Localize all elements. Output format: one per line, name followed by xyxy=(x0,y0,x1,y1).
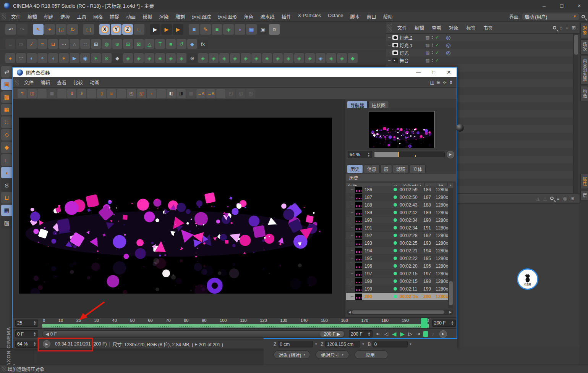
pv-close-button[interactable]: ✕ xyxy=(441,69,457,75)
visibility-dots[interactable] xyxy=(432,44,433,47)
coord-field[interactable]: B 0 ▼ xyxy=(368,341,412,347)
effector-icon[interactable]: ◈ xyxy=(155,53,165,63)
redo-icon[interactable]: ↷ xyxy=(17,24,28,35)
playback-options-button[interactable]: ▶ xyxy=(439,330,447,338)
array-icon[interactable]: ⊞ xyxy=(91,39,101,49)
pv-menu-item[interactable]: 动画 xyxy=(86,79,103,86)
lock-icon[interactable]: 🔒︎ xyxy=(557,196,559,201)
axis-z-toggle[interactable]: Z xyxy=(122,24,133,35)
history-row[interactable]: 188 00:02:43 188 1280x720 xyxy=(346,201,448,209)
play-forward-icon[interactable]: ▶ xyxy=(400,331,405,337)
open-image-icon[interactable]: ↰ xyxy=(18,89,27,98)
eye-icon[interactable]: ○ xyxy=(565,25,569,31)
gap[interactable] xyxy=(95,24,99,35)
coord-system-icon[interactable]: ∟ xyxy=(134,24,144,35)
gap[interactable] xyxy=(79,24,83,35)
dot-grid-icon[interactable]: ∷ xyxy=(80,39,90,49)
nav-options-button[interactable]: ▶ xyxy=(447,151,454,158)
pv-minimize-button[interactable]: — xyxy=(411,69,426,75)
object-row[interactable]: – 灯光 ▨ ✓ ◎ xyxy=(386,49,573,57)
menu-item[interactable]: 角色 xyxy=(240,13,257,20)
side-tab[interactable]: 场次 xyxy=(580,39,588,55)
object-row[interactable]: – 灯光.1 ▨ ✓ ◎ xyxy=(386,41,573,49)
visibility-dots[interactable] xyxy=(432,36,433,39)
target-tag-icon[interactable]: ◎ xyxy=(446,42,450,48)
loop-toggle[interactable] xyxy=(423,331,428,337)
compare-ab-icon[interactable]: ◑ xyxy=(147,89,156,98)
pv-panel-tab[interactable]: 信息 xyxy=(364,165,380,173)
split-view-icon[interactable]: ◫ xyxy=(430,80,434,85)
chevron-down-icon[interactable]: ▼ xyxy=(362,342,365,346)
compare-b-icon[interactable]: ◱ xyxy=(137,89,146,98)
history-row[interactable]: 192 00:02:28 192 1280x720 xyxy=(346,232,448,239)
history-hscrollbar[interactable]: ◀▶ xyxy=(347,310,453,315)
dot-line-icon[interactable]: ⋯ xyxy=(59,39,69,49)
menu-item[interactable]: 脚本 xyxy=(347,13,363,20)
object-name[interactable]: 灯光.2 xyxy=(400,34,424,41)
pose-ball-icon[interactable]: ● xyxy=(5,53,15,63)
menu-item[interactable]: 文件 xyxy=(8,13,24,20)
attr-add-icon[interactable]: ⊞ xyxy=(570,196,574,201)
undo-icon[interactable]: ↶ xyxy=(5,24,16,35)
gap[interactable] xyxy=(145,24,149,35)
start-frame-spinner[interactable]: 0 F▲▼ xyxy=(15,330,38,337)
play-blue-icon[interactable]: ▶ xyxy=(70,53,79,63)
falloff-icon[interactable]: ⊗ xyxy=(187,53,197,63)
effector-icon[interactable]: ◈ xyxy=(316,53,326,63)
set-b-icon[interactable]: →B xyxy=(206,89,215,98)
s-snap-icon[interactable]: S xyxy=(1,179,13,191)
history-row[interactable]: 194 00:02:21 194 1280x720 xyxy=(346,247,448,255)
ab-wipe-icon[interactable]: ◳ xyxy=(246,89,255,98)
effector-icon[interactable]: ◈ xyxy=(177,53,186,63)
effector-icon[interactable]: ◈ xyxy=(262,53,272,63)
gear-orange-icon[interactable]: ∗ xyxy=(59,53,69,63)
points-mode-icon[interactable]: ∷ xyxy=(1,116,13,128)
object-name[interactable]: 灯光 xyxy=(400,50,424,56)
menu-grip[interactable] xyxy=(2,13,6,20)
menu-item[interactable]: 流水线 xyxy=(257,13,278,20)
pv-title-bar[interactable]: 图片查看器 — □ ✕ xyxy=(13,68,457,77)
comb-icon[interactable]: ≡ xyxy=(37,39,47,49)
effector-icon[interactable]: ◈ xyxy=(123,53,133,63)
chevron-down-icon[interactable]: ▼ xyxy=(314,342,317,346)
coord-button[interactable]: 应用 xyxy=(355,350,388,359)
current-frame-spinner[interactable]: 200 F▲▼ xyxy=(349,330,373,337)
history-row[interactable]: 200 00:02:15 200 1280x720 xyxy=(346,293,448,300)
menu-item[interactable]: 编辑 xyxy=(24,13,40,20)
wire-sphere2-icon[interactable]: ⊕ xyxy=(112,39,122,49)
camera-icon[interactable]: ◉ xyxy=(258,24,268,35)
menu-item[interactable]: 模拟 xyxy=(139,13,156,20)
compare-a-icon[interactable]: ◰ xyxy=(127,89,136,98)
om-menu-item[interactable]: 查看 xyxy=(428,24,445,31)
target-icon[interactable]: ◎ xyxy=(563,196,567,201)
enabled-check-icon[interactable]: ✓ xyxy=(435,35,439,40)
ab-horizontal-icon[interactable]: ◨ xyxy=(177,89,186,98)
magnet-tool-icon[interactable]: ⊔ xyxy=(48,39,58,49)
history-down-icon[interactable]: ⇊ xyxy=(67,89,76,98)
dome-icon[interactable]: ◖ xyxy=(48,53,58,63)
pv-maximize-button[interactable]: □ xyxy=(426,69,441,75)
render-settings-icon[interactable]: ▶ xyxy=(173,24,183,35)
menu-item[interactable]: 窗口 xyxy=(363,13,380,20)
menu-item[interactable]: 捕捉 xyxy=(106,13,123,20)
convert-object-icon[interactable]: ⇄ xyxy=(1,66,13,78)
menu-item[interactable]: 运动跟踪 xyxy=(188,13,214,20)
menu-item[interactable]: 运动图形 xyxy=(214,13,240,20)
fit-view-icon[interactable]: ⇕ xyxy=(449,80,453,85)
texture-mode-icon[interactable]: ▩ xyxy=(1,91,13,103)
star-black-icon[interactable]: ◆ xyxy=(112,53,122,63)
om-menu-item[interactable]: 书签 xyxy=(479,24,497,31)
layer-icon[interactable]: ▨ xyxy=(426,43,429,48)
effector-icon[interactable]: ◈ xyxy=(283,53,293,63)
pv-panel-tab[interactable]: 滤镜 xyxy=(393,165,409,173)
clear-cache-icon[interactable]: ⊟ xyxy=(107,89,116,98)
pan-view-icon[interactable]: ⊹ xyxy=(443,80,447,85)
model-mode-icon[interactable]: ▣ xyxy=(1,79,13,90)
object-name[interactable]: 灯光.1 xyxy=(400,42,424,48)
history-row[interactable]: 190 00:02:34 190 1280x720 xyxy=(346,216,448,224)
history-row[interactable]: 199 00:02:11 199 1280x720 xyxy=(346,285,448,293)
save-image-icon[interactable]: ◫ xyxy=(28,89,37,98)
gap[interactable] xyxy=(87,89,96,98)
add-view-icon[interactable]: ⊞ xyxy=(437,80,441,85)
target-tag-icon[interactable]: ◎ xyxy=(446,34,450,40)
